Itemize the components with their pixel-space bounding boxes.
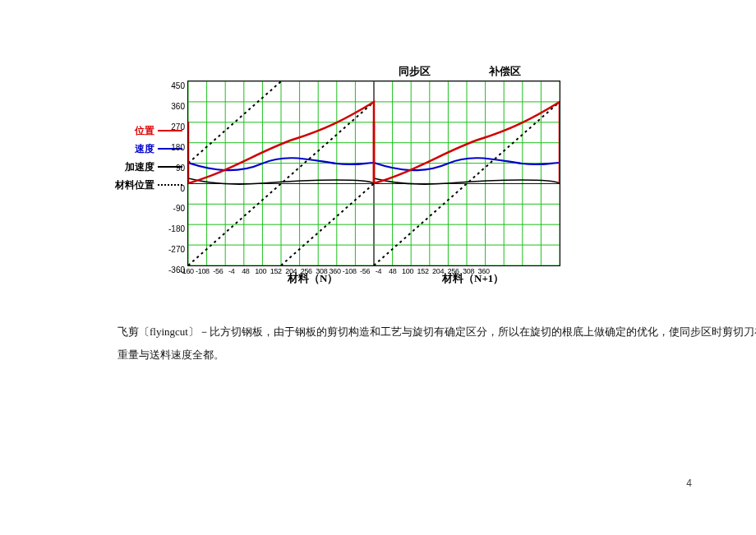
legend-speed-text: 速度 (135, 143, 154, 155)
body-paragraph: 飞剪〔flyingcut〕－比方切钢板，由于钢板的剪切构造和工艺与旋切有确定区分… (107, 321, 682, 367)
x-axis-label-n: 材料（N） (288, 271, 338, 286)
zone-comp-label: 补偿区 (489, 64, 521, 79)
plot-svg (188, 81, 560, 265)
para-line-2: 重量与送料速度全都。 (107, 344, 682, 367)
legend-matpos-text: 材料位置 (115, 179, 154, 191)
y-ticks: 450360270180900-90-180-270-360 (162, 76, 185, 281)
zone-sync-label: 同步区 (399, 64, 431, 79)
chart-container: 同步区 补偿区 位置 速度 加速度 材料位置 (107, 58, 567, 288)
legend: 位置 速度 加速度 材料位置 (107, 122, 154, 194)
para-line-1: 飞剪〔flyingcut〕－比方切钢板，由于钢板的剪切构造和工艺与旋切有确定区分… (107, 321, 682, 344)
legend-position: 位置 (107, 122, 154, 140)
x-axis-label-n1: 材料（N+1） (442, 271, 504, 286)
legend-speed: 速度 (107, 140, 154, 158)
page-number: 4 (686, 477, 692, 489)
legend-position-text: 位置 (135, 125, 154, 136)
legend-matpos: 材料位置 (107, 176, 154, 194)
legend-accel-text: 加速度 (125, 161, 154, 173)
plot-area: 450360270180900-90-180-270-360 -160 -108… (187, 81, 560, 266)
legend-accel: 加速度 (107, 158, 154, 176)
